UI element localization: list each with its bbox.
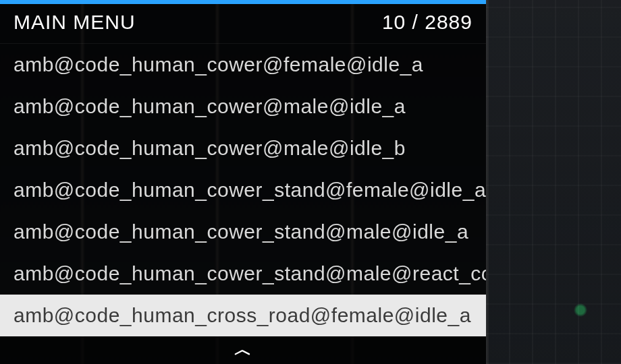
menu-item-list[interactable]: amb@code_human_cower@female@idle_a amb@c… [0, 44, 486, 336]
menu-item[interactable]: amb@code_human_cower_stand@male@idle_a [0, 211, 486, 253]
menu-item[interactable]: amb@code_human_cower_stand@female@idle_a [0, 169, 486, 211]
scroll-down-arrow-icon[interactable]: ︿ [0, 336, 486, 364]
menu-item[interactable]: amb@code_human_cower@female@idle_a [0, 44, 486, 86]
menu-title: MAIN MENU [14, 11, 136, 34]
main-menu-panel: MAIN MENU 10 / 2889 amb@code_human_cower… [0, 0, 486, 364]
menu-item[interactable]: amb@code_human_cower@male@idle_a [0, 86, 486, 127]
menu-header: MAIN MENU 10 / 2889 [0, 4, 486, 44]
game-scene: MAIN MENU 10 / 2889 amb@code_human_cower… [0, 0, 621, 364]
menu-item-selected[interactable]: amb@code_human_cross_road@female@idle_a [0, 295, 486, 336]
menu-item[interactable]: amb@code_human_cower_stand@male@react_co… [0, 253, 486, 295]
background-buildings [486, 0, 621, 364]
menu-item[interactable]: amb@code_human_cower@male@idle_b [0, 127, 486, 169]
menu-counter: 10 / 2889 [382, 11, 473, 34]
